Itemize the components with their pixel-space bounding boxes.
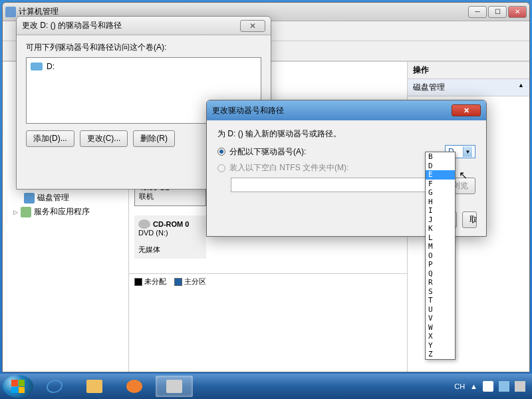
legend-swatch-primary	[174, 278, 182, 286]
list-item[interactable]: D:	[29, 61, 258, 72]
dialog1-title: 更改 D: () 的驱动器号和路径	[22, 20, 240, 31]
remove-button[interactable]: 删除(R)	[133, 130, 175, 147]
dropdown-option[interactable]: X	[426, 332, 455, 341]
dropdown-option[interactable]: V	[426, 314, 455, 323]
drive-letter-dropdown[interactable]: BDEFGHIJKLMOPQRSTUVWXYZ	[425, 152, 456, 360]
dropdown-option[interactable]: Y	[426, 341, 455, 350]
actions-header: 操作	[408, 62, 529, 79]
computer-icon	[166, 380, 182, 393]
radio-mount-folder[interactable]	[217, 164, 225, 172]
media-icon	[126, 380, 142, 393]
system-tray[interactable]: CH ▲	[454, 381, 529, 392]
dropdown-option[interactable]: K	[426, 224, 455, 233]
drive-icon	[31, 63, 43, 70]
dropdown-option[interactable]: Z	[426, 350, 455, 359]
tree-item-services[interactable]: ▷ 服务和应用程序	[7, 205, 124, 219]
taskbar-ie[interactable]	[36, 376, 73, 397]
collapse-arrow-icon: ▲	[518, 82, 524, 93]
radio1-label: 分配以下驱动器号(A):	[229, 146, 306, 158]
tree-item-disk-mgmt[interactable]: 磁盘管理	[7, 191, 124, 205]
services-icon	[21, 207, 31, 217]
expand-icon[interactable]: ▷	[13, 209, 18, 215]
dialog2-title: 更改驱动器号和路径	[212, 105, 452, 116]
add-button[interactable]: 添加(D)...	[26, 130, 74, 147]
radio2-label: 装入以下空白 NTFS 文件夹中(M):	[229, 162, 348, 174]
taskbar[interactable]: CH ▲	[0, 374, 532, 399]
ie-icon	[45, 380, 64, 393]
windows-logo-icon	[11, 380, 25, 393]
action-center-icon[interactable]	[483, 381, 493, 392]
dropdown-option[interactable]: S	[426, 287, 455, 297]
mount-path-input	[231, 178, 441, 192]
dropdown-option[interactable]: Q	[426, 269, 455, 279]
start-button[interactable]	[3, 375, 33, 398]
cdrom-header[interactable]: CD-ROM 0 DVD (N:) 无媒体	[134, 215, 206, 259]
dropdown-option[interactable]: J	[426, 215, 455, 225]
dropdown-option[interactable]: G	[426, 188, 455, 198]
volume-icon[interactable]	[515, 381, 525, 392]
dropdown-option[interactable]: U	[426, 305, 455, 315]
dropdown-option[interactable]: P	[426, 260, 455, 269]
radio-assign-letter[interactable]	[217, 148, 225, 156]
taskbar-media[interactable]	[116, 376, 153, 397]
dropdown-option[interactable]: T	[426, 296, 455, 305]
dropdown-option[interactable]: O	[426, 251, 455, 261]
dialog1-titlebar[interactable]: 更改 D: () 的驱动器号和路径 ✕	[17, 17, 271, 35]
dropdown-option[interactable]: E	[426, 170, 455, 180]
change-button[interactable]: 更改(C)...	[80, 130, 128, 147]
actions-section[interactable]: 磁盘管理 ▲	[408, 79, 529, 96]
dropdown-option[interactable]: R	[426, 278, 455, 287]
dialog2-prompt: 为 D: () 输入新的驱动器号或路径。	[217, 128, 475, 140]
dialog2-cancel-button[interactable]: 取	[462, 211, 477, 228]
dropdown-option[interactable]: D	[426, 162, 455, 171]
cdrom-icon	[138, 219, 150, 229]
dropdown-option[interactable]: I	[426, 206, 455, 215]
legend-swatch-unalloc	[134, 278, 142, 286]
network-icon[interactable]	[499, 381, 509, 392]
taskbar-compmgmt[interactable]	[156, 376, 193, 397]
tree-label: 磁盘管理	[37, 192, 69, 203]
dropdown-option[interactable]: W	[426, 323, 455, 332]
folder-icon	[86, 380, 102, 393]
dialog1-close-button[interactable]: ✕	[240, 20, 265, 32]
taskbar-explorer[interactable]	[76, 376, 113, 397]
dropdown-option[interactable]: M	[426, 242, 455, 251]
dialog1-prompt: 可用下列驱动器号和路径访问这个卷(A):	[26, 42, 261, 53]
dropdown-option[interactable]: L	[426, 233, 455, 243]
dialog2-titlebar[interactable]: 更改驱动器号和路径 ✕	[207, 100, 486, 120]
dropdown-option[interactable]: B	[426, 152, 455, 162]
dialog2-close-button[interactable]: ✕	[452, 104, 481, 116]
legend: 未分配 主分区	[129, 273, 407, 289]
chevron-down-icon[interactable]: ▼	[463, 146, 472, 157]
minimize-button[interactable]: ─	[468, 6, 487, 18]
language-indicator[interactable]: CH	[454, 382, 465, 390]
tray-expand-icon[interactable]: ▲	[470, 382, 477, 390]
app-icon	[5, 7, 16, 17]
close-button[interactable]: ✕	[508, 6, 527, 18]
maximize-button[interactable]: ☐	[488, 6, 507, 18]
dropdown-option[interactable]: F	[426, 180, 455, 189]
disk-icon	[24, 193, 35, 203]
desktop: 计算机管理 ─ ☐ ✕ 磁盘管理 ▷ 服务和应用程序	[0, 0, 532, 399]
tree-label: 服务和应用程序	[34, 206, 90, 217]
dropdown-option[interactable]: H	[426, 198, 455, 207]
